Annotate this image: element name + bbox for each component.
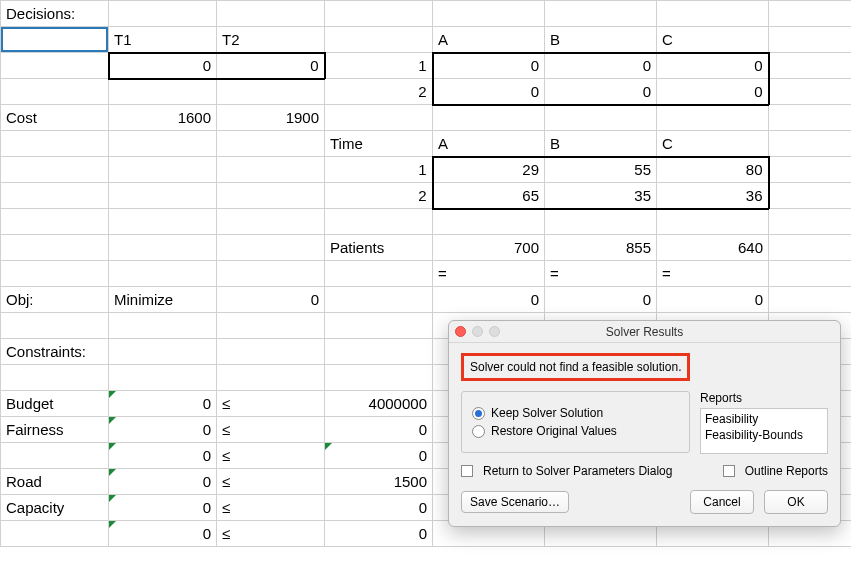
cell[interactable] bbox=[433, 1, 545, 27]
cell[interactable]: Fairness bbox=[1, 417, 109, 443]
cell[interactable]: 2 bbox=[325, 183, 433, 209]
reports-list[interactable]: Feasibility Feasibility-Bounds bbox=[700, 408, 828, 454]
cell[interactable]: Patients bbox=[325, 235, 433, 261]
cell[interactable]: 0 bbox=[433, 79, 545, 105]
cell[interactable]: 36 bbox=[657, 183, 769, 209]
cell[interactable] bbox=[325, 209, 433, 235]
cell[interactable] bbox=[109, 183, 217, 209]
cell[interactable] bbox=[1, 235, 109, 261]
cell[interactable] bbox=[217, 313, 325, 339]
cell[interactable] bbox=[657, 209, 769, 235]
cell[interactable] bbox=[433, 105, 545, 131]
cell[interactable] bbox=[109, 79, 217, 105]
cell[interactable] bbox=[1, 53, 109, 79]
cell[interactable]: 0 bbox=[325, 521, 433, 547]
cell[interactable] bbox=[769, 157, 852, 183]
cell[interactable]: T1 bbox=[109, 27, 217, 53]
report-item[interactable]: Feasibility bbox=[705, 411, 823, 427]
cell[interactable]: 55 bbox=[545, 157, 657, 183]
cell[interactable]: 0 bbox=[433, 287, 545, 313]
cell[interactable] bbox=[1, 261, 109, 287]
cell[interactable]: 2 bbox=[325, 79, 433, 105]
cell[interactable]: 65 bbox=[433, 183, 545, 209]
cell[interactable] bbox=[217, 261, 325, 287]
cell[interactable] bbox=[109, 1, 217, 27]
cell[interactable] bbox=[109, 261, 217, 287]
report-item[interactable]: Feasibility-Bounds bbox=[705, 427, 823, 443]
cell[interactable] bbox=[657, 1, 769, 27]
cell[interactable] bbox=[1, 521, 109, 547]
cell[interactable] bbox=[769, 27, 852, 53]
keep-solution-radio[interactable]: Keep Solver Solution bbox=[472, 406, 679, 420]
cell[interactable] bbox=[1, 183, 109, 209]
cell[interactable]: Cost bbox=[1, 105, 109, 131]
cell[interactable]: 0 bbox=[109, 417, 217, 443]
close-icon[interactable] bbox=[455, 326, 466, 337]
cell[interactable]: Decisions: bbox=[1, 1, 109, 27]
restore-values-radio[interactable]: Restore Original Values bbox=[472, 424, 679, 438]
cell[interactable]: T2 bbox=[217, 27, 325, 53]
cell[interactable]: 0 bbox=[325, 417, 433, 443]
ok-button[interactable]: OK bbox=[764, 490, 828, 514]
cell[interactable]: ≤ bbox=[217, 469, 325, 495]
return-to-parameters-checkbox[interactable] bbox=[461, 465, 473, 477]
cell[interactable] bbox=[545, 105, 657, 131]
cell[interactable] bbox=[1, 79, 109, 105]
cell[interactable] bbox=[325, 27, 433, 53]
cell[interactable] bbox=[325, 287, 433, 313]
cell[interactable]: Minimize bbox=[109, 287, 217, 313]
cell[interactable]: Obj: bbox=[1, 287, 109, 313]
cell[interactable] bbox=[657, 105, 769, 131]
cell[interactable] bbox=[1, 157, 109, 183]
cell[interactable]: 0 bbox=[109, 521, 217, 547]
cell[interactable] bbox=[217, 131, 325, 157]
cell[interactable]: 0 bbox=[545, 53, 657, 79]
cell[interactable]: 0 bbox=[217, 287, 325, 313]
cell[interactable]: 0 bbox=[545, 287, 657, 313]
cell[interactable]: 1 bbox=[325, 53, 433, 79]
cell[interactable]: 0 bbox=[217, 53, 325, 79]
cell[interactable]: B bbox=[545, 27, 657, 53]
cell[interactable]: C bbox=[657, 131, 769, 157]
cell[interactable] bbox=[325, 339, 433, 365]
cell[interactable] bbox=[433, 209, 545, 235]
dialog-titlebar[interactable]: Solver Results bbox=[449, 321, 840, 343]
cell[interactable] bbox=[1, 313, 109, 339]
cell[interactable]: 0 bbox=[657, 287, 769, 313]
cell[interactable]: 0 bbox=[545, 79, 657, 105]
cell[interactable]: 80 bbox=[657, 157, 769, 183]
cell[interactable]: Capacity bbox=[1, 495, 109, 521]
save-scenario-button[interactable]: Save Scenario… bbox=[461, 491, 569, 513]
cell[interactable]: = bbox=[433, 261, 545, 287]
cell[interactable]: Time bbox=[325, 131, 433, 157]
cell[interactable]: ≤ bbox=[217, 443, 325, 469]
cell[interactable] bbox=[769, 183, 852, 209]
cell[interactable]: 0 bbox=[109, 443, 217, 469]
cell[interactable] bbox=[769, 105, 852, 131]
cell[interactable] bbox=[217, 157, 325, 183]
cell[interactable] bbox=[325, 105, 433, 131]
cell[interactable]: = bbox=[545, 261, 657, 287]
cell[interactable]: 35 bbox=[545, 183, 657, 209]
cell[interactable]: ≤ bbox=[217, 521, 325, 547]
cell[interactable] bbox=[1, 365, 109, 391]
cell[interactable] bbox=[325, 365, 433, 391]
active-cell[interactable] bbox=[1, 27, 109, 53]
cell[interactable] bbox=[769, 79, 852, 105]
cell[interactable]: ≤ bbox=[217, 417, 325, 443]
cell[interactable] bbox=[1, 131, 109, 157]
cell[interactable] bbox=[769, 53, 852, 79]
cell[interactable]: Constraints: bbox=[1, 339, 109, 365]
cell[interactable]: 1600 bbox=[109, 105, 217, 131]
cell[interactable] bbox=[217, 1, 325, 27]
cell[interactable]: 1 bbox=[325, 157, 433, 183]
cell[interactable] bbox=[1, 209, 109, 235]
cell[interactable] bbox=[109, 365, 217, 391]
cell[interactable] bbox=[325, 313, 433, 339]
cell[interactable]: B bbox=[545, 131, 657, 157]
cell[interactable]: 0 bbox=[325, 443, 433, 469]
cell[interactable]: 855 bbox=[545, 235, 657, 261]
cell[interactable]: 0 bbox=[109, 495, 217, 521]
cell[interactable] bbox=[325, 1, 433, 27]
cell[interactable]: 0 bbox=[109, 53, 217, 79]
